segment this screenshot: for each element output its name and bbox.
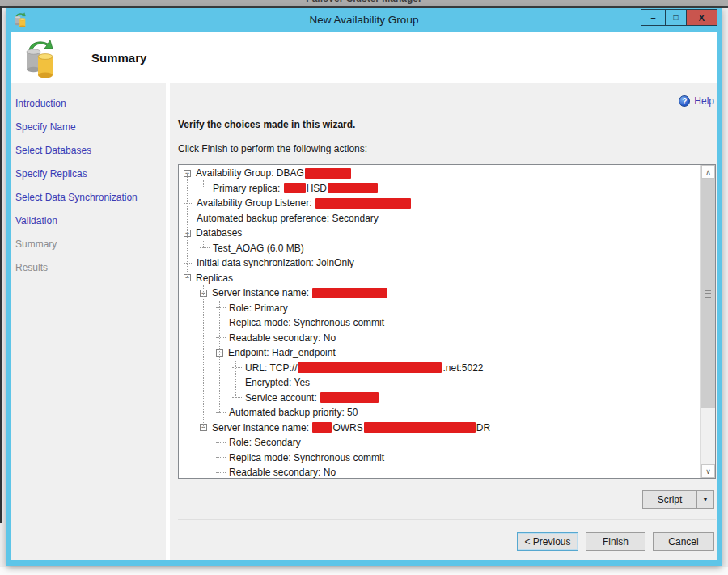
sidebar-item-specify-replicas[interactable]: Specify Replicas [15, 162, 166, 185]
tree-item[interactable]: Service account: [179, 391, 701, 406]
tree-guide-line [203, 241, 204, 248]
tree-label: Primary replica: [213, 183, 283, 194]
cancel-button[interactable]: Cancel [653, 532, 714, 551]
tree-label: HSD [307, 183, 327, 194]
summary-page-icon [23, 39, 56, 78]
tree-item[interactable]: −Databases [179, 226, 701, 241]
footer-divider [178, 519, 716, 520]
sidebar-item-select-data-synchronization[interactable]: Select Data Synchronization [15, 185, 166, 209]
tree-label: Readable secondary: No [229, 467, 336, 478]
tree-item[interactable]: Readable secondary: No [179, 331, 701, 346]
tree-item[interactable]: −Server instance name: [179, 285, 701, 301]
tree-label: Service account: [245, 392, 320, 404]
maximize-button[interactable]: □ [665, 9, 687, 26]
dialog-body: Summary IntroductionSpecify NameSelect D… [11, 32, 717, 560]
tree-connector [216, 323, 226, 323]
tree-item[interactable]: Replica mode: Synchronous commit [179, 315, 701, 331]
summary-tree: −Availability Group: DBAGPrimary replica… [179, 166, 701, 478]
wizard-steps-sidebar: IntroductionSpecify NameSelect Databases… [11, 83, 166, 560]
sidebar-item-summary: Summary [15, 232, 166, 256]
tree-item[interactable]: −Endpoint: Hadr_endpoint [179, 345, 701, 361]
tree-guide-line [219, 301, 220, 413]
wizard-page-header: Summary [11, 32, 717, 83]
page-title: Summary [91, 51, 146, 65]
tree-label: Role: Secondary [229, 437, 301, 448]
dialog-titlebar[interactable]: New Availability Group – □ X [11, 8, 717, 32]
tree-guide-line [235, 361, 236, 398]
scrollbar-grip-icon [705, 290, 711, 298]
scroll-up-icon[interactable]: ∧ [701, 165, 715, 179]
redaction-box [305, 168, 351, 179]
tree-item[interactable]: URL: TCP://.net:5022 [179, 361, 701, 376]
tree-label: .net:5022 [442, 362, 483, 374]
tree-item[interactable]: Role: Primary [179, 301, 701, 316]
tree-connector [216, 472, 226, 473]
tree-connector [232, 383, 242, 383]
tree-guide-line [203, 285, 204, 428]
minimize-button[interactable]: – [641, 9, 666, 26]
script-button[interactable]: Script [642, 490, 697, 509]
tree-connector [200, 247, 210, 248]
tree-item[interactable]: −Server instance name: OWRSDR [179, 421, 701, 436]
tree-connector [184, 203, 193, 204]
tree-item[interactable]: Primary replica: HSD [179, 181, 701, 197]
sidebar-item-specify-name[interactable]: Specify Name [15, 115, 166, 138]
redaction-box [320, 392, 379, 403]
tree-connector [216, 337, 226, 338]
close-button[interactable]: X [686, 9, 717, 26]
tree-label: Availability Group: DBAG [196, 167, 304, 179]
tree-label: URL: TCP:// [245, 362, 297, 374]
help-link[interactable]: Help [694, 95, 714, 107]
help-icon[interactable]: ? [679, 95, 690, 107]
tree-connector [232, 397, 242, 398]
tree-label: Databases [196, 227, 242, 239]
redaction-box [284, 183, 306, 193]
redaction-box [298, 362, 442, 373]
new-availability-group-dialog: New Availability Group – □ X Summary [6, 8, 722, 566]
dialog-title: New Availability Group [11, 8, 717, 32]
tree-label: OWRS [332, 422, 362, 433]
tree-label: Availability Group Listener: [197, 197, 315, 209]
tree-label: Replicas [196, 273, 233, 284]
tree-connector [200, 188, 210, 188]
tree-connector [216, 442, 226, 443]
tree-item[interactable]: Role: Secondary [179, 435, 701, 450]
tree-item[interactable]: Replica mode: Synchronous commit [179, 450, 701, 466]
tree-item[interactable]: Initial data synchronization: JoinOnly [179, 256, 701, 271]
sidebar-item-introduction[interactable]: Introduction [15, 91, 166, 115]
scrollbar-thumb[interactable] [701, 179, 715, 408]
tree-item[interactable]: −Availability Group: DBAG [179, 166, 701, 181]
redaction-box [364, 422, 476, 433]
background-window-title: Failover Cluster Manager [0, 0, 728, 4]
tree-item[interactable]: Encrypted: Yes [179, 375, 701, 391]
tree-connector [216, 412, 226, 413]
desktop-strip [0, 567, 728, 575]
tree-scrollbar[interactable]: ∧ ∨ [700, 165, 715, 478]
tree-item[interactable]: Availability Group Listener: [179, 196, 701, 211]
tree-connector [184, 218, 193, 218]
tree-item[interactable]: Test_AOAG (6.0 MB) [179, 241, 701, 256]
tree-label: Role: Primary [229, 302, 288, 314]
redaction-box [328, 183, 378, 193]
scroll-down-icon[interactable]: ∨ [701, 464, 715, 478]
main-panel: ? Help Verify the choices made in this w… [170, 83, 717, 560]
tree-label: Endpoint: Hadr_endpoint [228, 347, 336, 358]
finish-button[interactable]: Finish [586, 532, 645, 551]
tree-item[interactable]: Readable secondary: No [179, 465, 701, 478]
tree-item[interactable]: −Replicas [179, 271, 701, 286]
tree-item[interactable]: Automated backup priority: 50 [179, 405, 701, 421]
tree-label: Readable secondary: No [229, 332, 336, 344]
sidebar-item-results: Results [15, 256, 166, 279]
tree-label: Replica mode: Synchronous commit [229, 317, 384, 328]
redaction-box [315, 198, 411, 209]
tree-label: Replica mode: Synchronous commit [229, 452, 384, 463]
tree-label: Encrypted: Yes [245, 377, 310, 388]
tree-item[interactable]: Automated backup preference: Secondary [179, 211, 701, 226]
sidebar-item-validation[interactable]: Validation [15, 209, 166, 232]
verify-instruction: Verify the choices made in this wizard. [178, 119, 716, 133]
script-dropdown-icon[interactable]: ▼ [696, 490, 714, 509]
sidebar-item-select-databases[interactable]: Select Databases [15, 138, 166, 162]
tree-connector [184, 263, 193, 264]
previous-button[interactable]: < Previous [517, 532, 578, 551]
tree-connector [216, 307, 226, 308]
